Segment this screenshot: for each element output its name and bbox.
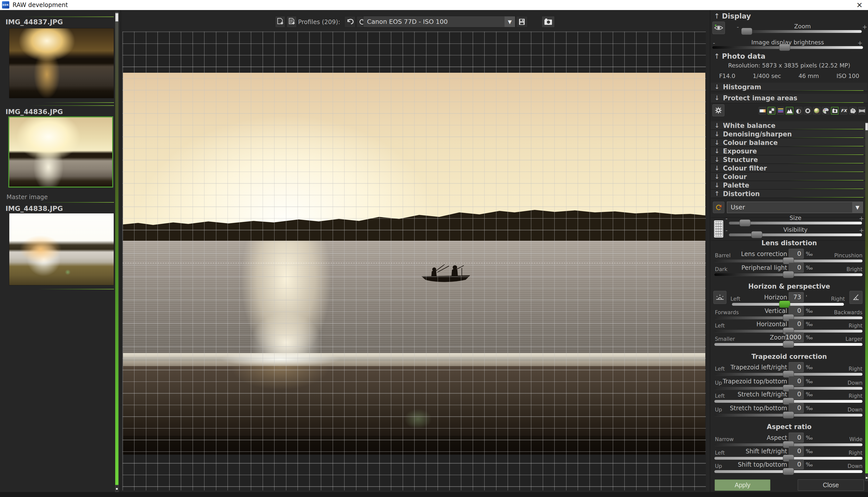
brightness-slider-track[interactable] bbox=[712, 46, 863, 49]
palette-icon bbox=[823, 108, 829, 114]
section-colour-balance[interactable]: ↓ Colour balance bbox=[711, 139, 868, 147]
zoom-slider-thumb[interactable] bbox=[741, 28, 752, 35]
visibility-plus[interactable]: + bbox=[859, 227, 864, 234]
distortion-preset-select[interactable]: User ▼ bbox=[727, 202, 863, 213]
section-palette[interactable]: ↓ Palette bbox=[711, 181, 868, 189]
reset-distortion-button[interactable] bbox=[713, 202, 725, 213]
profile-select[interactable]: Canon EOS 77D - ISO 100 ▼ bbox=[363, 16, 515, 27]
display-section-header[interactable]: ↑Display bbox=[714, 12, 751, 20]
size-slider-track[interactable] bbox=[729, 222, 862, 224]
camera-button[interactable] bbox=[542, 16, 555, 28]
colour-balance-tool-icon[interactable] bbox=[777, 107, 784, 115]
thumbnail-image-44836-master[interactable] bbox=[8, 116, 113, 187]
section-colour-filter[interactable]: ↓ Colour filter bbox=[711, 164, 868, 172]
aspect-track[interactable] bbox=[714, 443, 863, 446]
protect-areas-section-header[interactable]: ↓ Protect image areas bbox=[711, 94, 868, 103]
ring-icon bbox=[805, 108, 810, 113]
shift-lr-row: Shift left/right 0 ‰ Left Right bbox=[714, 448, 863, 463]
photo-surf bbox=[123, 353, 705, 366]
add-profile-button[interactable] bbox=[275, 16, 285, 28]
gear-icon bbox=[715, 106, 722, 114]
section-distortion[interactable]: ↑ Distortion bbox=[711, 189, 868, 198]
shutter-value: 1/400 sec bbox=[753, 73, 781, 79]
thumbnail-image-44837[interactable] bbox=[9, 28, 114, 98]
horizon-value[interactable]: 73 bbox=[789, 292, 804, 302]
zoom-slider-track[interactable] bbox=[743, 30, 862, 33]
section-exposure[interactable]: ↓ Exposure bbox=[711, 147, 868, 155]
fx-tool-icon[interactable]: FX bbox=[840, 107, 848, 115]
size-slider-thumb[interactable] bbox=[740, 219, 750, 226]
section-colour[interactable]: ↓ Colour bbox=[711, 172, 868, 181]
palette-tool-icon[interactable] bbox=[822, 107, 830, 115]
preview-eye-button[interactable] bbox=[712, 22, 725, 34]
visibility-slider-track[interactable] bbox=[729, 233, 862, 236]
brightness-slider-thumb[interactable] bbox=[779, 44, 790, 51]
separator bbox=[788, 188, 864, 189]
panel-scrollbar-thumb[interactable] bbox=[865, 123, 868, 130]
trapezoid-tb-track[interactable] bbox=[714, 387, 863, 390]
stretch-tb-track[interactable] bbox=[714, 414, 863, 416]
sidebar-scroll-down-button[interactable] bbox=[115, 485, 119, 492]
horizon-thumb[interactable] bbox=[779, 301, 790, 308]
vertical-track[interactable] bbox=[714, 316, 863, 319]
separator bbox=[788, 171, 864, 172]
thumbnail-image-44838[interactable] bbox=[9, 213, 114, 285]
histogram-section-header[interactable]: ↓ Histogram bbox=[711, 83, 868, 91]
visibility-minus[interactable]: - bbox=[726, 227, 728, 234]
zoom-minus[interactable]: - bbox=[737, 24, 739, 31]
save-profile-button[interactable] bbox=[516, 16, 528, 28]
section-white-balance[interactable]: ↓ White balance bbox=[711, 122, 868, 130]
panel-scroll-down-button[interactable] bbox=[865, 474, 868, 481]
shift-tb-track[interactable] bbox=[714, 470, 863, 473]
collapse-arrow-icon: ↓ bbox=[714, 122, 720, 129]
peripheral-light-track[interactable] bbox=[714, 273, 863, 276]
chevron-down-icon: ▼ bbox=[505, 16, 515, 27]
lens-correction-track[interactable] bbox=[714, 259, 863, 262]
separator bbox=[788, 180, 864, 181]
peripheral-light-thumb[interactable] bbox=[783, 271, 794, 278]
horizon-auto-button[interactable] bbox=[713, 291, 727, 304]
exposure-tool-icon[interactable] bbox=[786, 107, 794, 115]
brightness-plus[interactable]: + bbox=[857, 40, 863, 47]
add-profile-list-button[interactable] bbox=[287, 16, 297, 28]
grid-preview-button[interactable] bbox=[714, 220, 724, 238]
undo-profile-button[interactable] bbox=[344, 16, 356, 28]
zoom-plus[interactable]: + bbox=[862, 24, 867, 31]
photo-data-section-header[interactable]: ↑Photo data bbox=[714, 52, 765, 60]
window-close-button[interactable]: ✕ bbox=[854, 0, 865, 10]
visibility-slider-thumb[interactable] bbox=[751, 231, 762, 238]
sidebar-scrollbar[interactable] bbox=[115, 12, 119, 485]
settings-button[interactable] bbox=[712, 104, 725, 116]
reset-icon bbox=[715, 204, 722, 211]
shift-tb-thumb[interactable] bbox=[783, 468, 794, 475]
distortion-tool-icon[interactable] bbox=[831, 107, 839, 115]
trapezoid-lr-track[interactable] bbox=[714, 373, 863, 375]
shift-lr-track[interactable] bbox=[714, 457, 863, 460]
close-button[interactable]: Close bbox=[798, 480, 864, 491]
panel-scrollbar[interactable] bbox=[865, 122, 868, 473]
size-plus[interactable]: + bbox=[859, 215, 864, 222]
horizon-angle-tool-button[interactable] bbox=[850, 291, 863, 304]
white-balance-tool-icon[interactable] bbox=[759, 107, 766, 115]
panorama-tool-icon[interactable] bbox=[858, 107, 866, 115]
image-preview-canvas[interactable] bbox=[123, 32, 706, 491]
ai-tool-icon[interactable] bbox=[849, 107, 857, 115]
colour-tool-icon[interactable] bbox=[813, 107, 821, 115]
perspective-zoom-row: Zoom 1000 ‰ Smaller Larger bbox=[714, 334, 863, 349]
brightness-slider-row: - Image display brightness + bbox=[712, 39, 863, 51]
stretch-tb-thumb[interactable] bbox=[783, 411, 794, 418]
sidebar-scrollbar-thumb[interactable] bbox=[115, 13, 119, 22]
size-minus[interactable]: - bbox=[726, 215, 728, 222]
section-structure[interactable]: ↓ Structure bbox=[711, 155, 868, 164]
save-icon bbox=[518, 18, 526, 26]
stretch-lr-track[interactable] bbox=[714, 400, 863, 403]
section-denoising-sharpen[interactable]: ↓ Denoising/sharpen bbox=[711, 130, 868, 139]
horizon-track[interactable] bbox=[732, 303, 844, 306]
structure-tool-icon[interactable]: ◐ bbox=[795, 107, 802, 115]
apply-button[interactable]: Apply bbox=[715, 480, 770, 491]
denoise-tool-icon[interactable] bbox=[768, 107, 775, 115]
perspective-zoom-thumb[interactable] bbox=[783, 341, 794, 348]
colour-filter-tool-icon[interactable] bbox=[804, 107, 812, 115]
thumbnail-filename: IMG_44836.JPG bbox=[5, 108, 63, 116]
perspective-zoom-track[interactable] bbox=[714, 343, 863, 346]
